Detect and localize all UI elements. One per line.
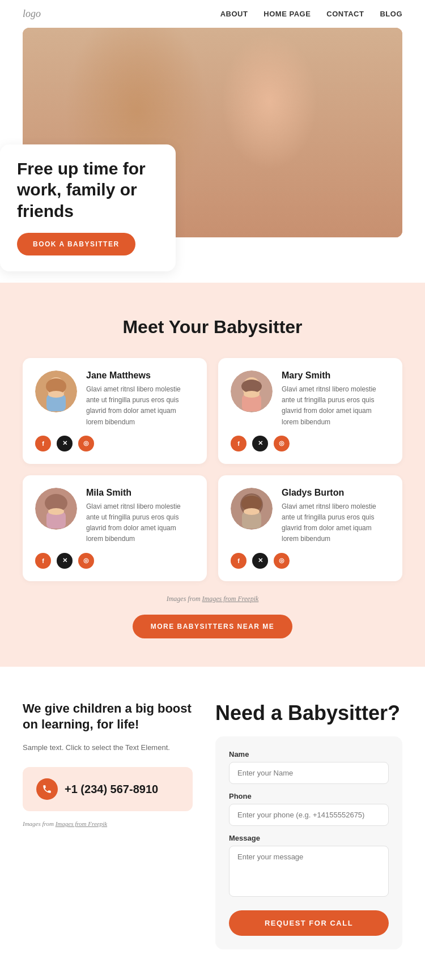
twitter-icon-4[interactable]: ✕ (252, 553, 268, 569)
message-group: Message (229, 834, 389, 899)
svg-point-21 (287, 142, 291, 146)
svg-point-9 (163, 71, 168, 78)
sitter-top-3: Mila Smith Glavi amet ritnsl libero mole… (35, 488, 194, 545)
svg-point-31 (288, 140, 312, 174)
freepik-note-contact: Images from Images from Freepik (23, 820, 193, 827)
svg-point-20 (278, 147, 283, 152)
svg-point-17 (287, 111, 292, 117)
facebook-icon-4[interactable]: f (231, 553, 246, 569)
svg-point-29 (311, 194, 335, 211)
svg-point-23 (273, 153, 277, 157)
sitter-top-1: Jane Matthews Glavi amet ritnsl libero m… (35, 370, 194, 428)
hero-card: Free up time for work, family or friends… (0, 144, 176, 272)
svg-point-26 (249, 200, 272, 216)
contact-section: We give children a big boost on learning… (0, 667, 425, 981)
svg-point-15 (264, 94, 303, 137)
sitter-info-2: Mary Smith Glavi amet ritnsl libero mole… (282, 370, 390, 428)
twitter-icon-2[interactable]: ✕ (252, 436, 268, 451)
sitter-card-2: Mary Smith Glavi amet ritnsl libero mole… (218, 358, 402, 464)
nav-blog[interactable]: BLOG (380, 10, 402, 18)
svg-point-13 (262, 89, 305, 137)
logo: logo (23, 8, 41, 20)
twitter-icon-1[interactable]: ✕ (57, 436, 73, 451)
sitter-name-4: Gladys Burton (282, 488, 390, 498)
contact-right: Need a Babysitter? Name Phone Message RE… (215, 701, 402, 949)
message-label: Message (229, 834, 389, 842)
phone-label: Phone (229, 792, 389, 800)
meet-section: Meet Your Babysitter Jane Matthews Glavi… (0, 283, 425, 667)
contact-form: Name Phone Message REQUEST FOR CALL (215, 736, 402, 949)
sitter-desc-2: Glavi amet ritnsl libero molestie ante u… (282, 384, 390, 428)
sitter-socials-4: f ✕ ◎ (231, 553, 390, 569)
svg-point-22 (295, 147, 300, 152)
svg-point-7 (135, 45, 182, 101)
instagram-icon-4[interactable]: ◎ (274, 553, 290, 569)
phone-input[interactable] (229, 804, 389, 826)
contact-left-title: We give children a big boost on learning… (23, 701, 193, 733)
hero-title: Free up time for work, family or friends (17, 158, 159, 222)
nav-about[interactable]: ABOUT (220, 10, 248, 18)
svg-point-1 (341, 52, 362, 72)
meet-title: Meet Your Babysitter (23, 317, 402, 338)
svg-marker-32 (244, 158, 266, 175)
more-babysitters-button[interactable]: MORE BABYSITTERS NEAR ME (133, 615, 293, 638)
sitter-avatar-2 (231, 370, 273, 412)
facebook-icon-1[interactable]: f (35, 436, 51, 451)
svg-point-19 (270, 142, 274, 146)
svg-point-16 (275, 111, 279, 117)
sitter-card-1: Jane Matthews Glavi amet ritnsl libero m… (23, 358, 207, 464)
svg-point-55 (244, 508, 260, 515)
request-call-button[interactable]: REQUEST FOR CALL (229, 910, 389, 936)
nav-homepage[interactable]: HOME PAGE (264, 10, 311, 18)
instagram-icon-2[interactable]: ◎ (274, 436, 290, 451)
sitters-grid: Jane Matthews Glavi amet ritnsl libero m… (23, 358, 402, 581)
sitter-info-1: Jane Matthews Glavi amet ritnsl libero m… (86, 370, 194, 428)
sitter-info-3: Mila Smith Glavi amet ritnsl libero mole… (86, 488, 194, 545)
navbar: logo ABOUT HOME PAGE CONTACT BLOG (0, 0, 425, 28)
svg-point-8 (149, 71, 155, 78)
facebook-icon-3[interactable]: f (35, 553, 51, 569)
phone-number: +1 (234) 567-8910 (65, 783, 158, 796)
svg-point-5 (128, 42, 190, 116)
instagram-icon-1[interactable]: ◎ (78, 436, 94, 451)
contact-grid: We give children a big boost on learning… (23, 701, 402, 949)
svg-marker-33 (244, 175, 266, 192)
nav-contact[interactable]: CONTACT (326, 10, 364, 18)
phone-group: Phone (229, 792, 389, 826)
sitter-avatar-4 (231, 488, 273, 530)
name-input[interactable] (229, 762, 389, 784)
sitter-socials-2: f ✕ ◎ (231, 436, 390, 451)
contact-left: We give children a big boost on learning… (23, 701, 193, 828)
hero-section: Free up time for work, family or friends… (0, 28, 425, 260)
freepik-note-meet: Images from Images from Freepik (23, 595, 402, 603)
nav-links: ABOUT HOME PAGE CONTACT BLOG (220, 10, 402, 18)
svg-point-3 (363, 45, 374, 56)
sitter-avatar-3 (35, 488, 77, 530)
svg-point-2 (333, 38, 347, 52)
svg-point-4 (355, 69, 364, 78)
sitter-desc-4: Glavi amet ritnsl libero molestie ante u… (282, 501, 390, 545)
svg-point-34 (191, 148, 240, 212)
sitter-top-4: Gladys Burton Glavi amet ritnsl libero m… (231, 488, 390, 545)
sitter-card-3: Mila Smith Glavi amet ritnsl libero mole… (23, 475, 207, 581)
facebook-icon-2[interactable]: f (231, 436, 246, 451)
name-group: Name (229, 750, 389, 784)
phone-icon (36, 778, 58, 800)
sitter-card-4: Gladys Burton Glavi amet ritnsl libero m… (218, 475, 402, 581)
instagram-icon-3[interactable]: ◎ (78, 553, 94, 569)
book-babysitter-button[interactable]: BOOK A BABYSITTER (17, 233, 135, 255)
svg-point-44 (244, 391, 260, 398)
svg-point-27 (270, 196, 295, 213)
svg-point-14 (261, 83, 306, 120)
sitter-name-1: Jane Matthews (86, 370, 194, 381)
sitter-info-4: Gladys Burton Glavi amet ritnsl libero m… (282, 488, 390, 545)
sitter-name-2: Mary Smith (282, 370, 390, 381)
contact-left-desc: Sample text. Click to select the Text El… (23, 742, 193, 754)
twitter-icon-3[interactable]: ✕ (57, 553, 73, 569)
form-title: Need a Babysitter? (215, 701, 402, 725)
sitter-avatar-1 (35, 370, 77, 412)
message-input[interactable] (229, 846, 389, 897)
sitter-top-2: Mary Smith Glavi amet ritnsl libero mole… (231, 370, 390, 428)
svg-point-6 (126, 31, 192, 93)
svg-point-24 (284, 156, 288, 160)
